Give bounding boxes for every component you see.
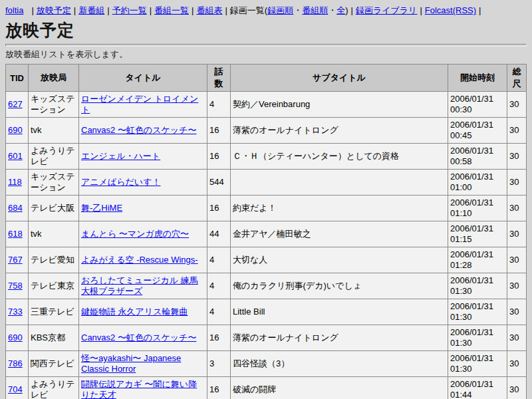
length-cell: 30	[507, 299, 527, 325]
nav-separator: |	[74, 5, 76, 15]
nav-link-foltia[interactable]: foltia	[5, 5, 23, 15]
column-header-station: 放映局	[29, 65, 79, 92]
nav-dot: ・	[328, 5, 336, 15]
tid-cell: 704	[6, 377, 29, 399]
episode-cell: 4	[207, 92, 231, 118]
nav-link-reservations[interactable]: 予約一覧	[112, 5, 147, 15]
title-cell: よみがえる空 -Rescue Wings-	[79, 247, 207, 273]
title-link[interactable]: エンジェル・ハート	[81, 151, 160, 161]
nav-link-rec-order[interactable]: 録画順	[267, 5, 293, 15]
start-cell: 2006/01/3101:00	[448, 170, 507, 196]
nav-separator: |	[225, 5, 227, 15]
start-time: 01:30	[450, 286, 472, 296]
start-time: 01:30	[450, 338, 472, 348]
title-link[interactable]: 鍵姫物語 永久アリス輪舞曲	[81, 307, 188, 317]
nav-link-folcast[interactable]: Folcast(RSS)	[425, 5, 476, 15]
tid-link[interactable]: 733	[8, 307, 23, 317]
title-link[interactable]: おろしたてミュージカル 練馬大根ブラザーズ	[81, 275, 198, 296]
start-date: 2006/01/31	[450, 379, 493, 389]
tid-link[interactable]: 704	[8, 384, 23, 394]
nav-link-library[interactable]: 録画ライブラリ	[356, 5, 418, 15]
tid-link[interactable]: 684	[8, 203, 23, 213]
title-link[interactable]: アニメぱらだいす！	[81, 177, 160, 187]
start-time: 01:00	[450, 182, 472, 192]
episode-cell: 16	[207, 196, 231, 221]
title-link[interactable]: ローゼンメイデン トロイメント	[81, 94, 198, 114]
start-date: 2006/01/31	[450, 198, 493, 207]
tid-cell: 733	[6, 299, 29, 325]
nav-link-all-recordings[interactable]: 全	[336, 5, 345, 15]
length-cell: 30	[507, 196, 527, 221]
title-link[interactable]: 闘牌伝説アカギ 〜闇に舞い降りた天才	[81, 379, 197, 399]
tid-link[interactable]: 690	[8, 125, 23, 135]
title-cell: まんとら 〜マンガ虎の穴〜	[79, 221, 207, 247]
tid-cell: 690	[6, 118, 29, 144]
top-nav: foltia|放映予定|新番組|予約一覧|番組一覧|番組表|録画一覧(録画順・番…	[5, 5, 527, 16]
column-header-title: タイトル	[79, 65, 207, 92]
tid-cell: 758	[6, 273, 29, 299]
start-time: 01:44	[450, 390, 472, 399]
page: foltia|放映予定|新番組|予約一覧|番組一覧|番組表|録画一覧(録画順・番…	[0, 0, 532, 399]
tid-link[interactable]: 618	[8, 229, 23, 239]
nav-link-program-order[interactable]: 番組順	[302, 5, 328, 15]
nav-link-program-list[interactable]: 番組一覧	[154, 5, 189, 15]
episode-cell: 16	[207, 144, 231, 170]
nav-link-timetable[interactable]: 番組表	[196, 5, 222, 15]
title-link[interactable]: よみがえる空 -Rescue Wings-	[81, 255, 198, 265]
table-row: 618 tvk まんとら 〜マンガ虎の穴〜 44 金井アヤ／楠田敏之 2006/…	[6, 221, 527, 247]
tid-link[interactable]: 627	[8, 99, 23, 109]
length-cell: 30	[507, 273, 527, 299]
page-title: 放映予定	[5, 19, 527, 41]
nav-link-schedule[interactable]: 放映予定	[37, 5, 71, 15]
subtitle-cell: 薄紫のオールナイトロング	[231, 325, 448, 351]
station-cell: テレビ愛知	[29, 247, 79, 273]
table-header-row: TID 放映局 タイトル 話 数 サブタイトル 開始時刻 総 尺	[6, 65, 527, 92]
start-cell: 2006/01/3100:45	[448, 118, 507, 144]
title-link[interactable]: 舞-乙HiME	[81, 203, 122, 213]
episode-cell: 3	[207, 351, 231, 377]
start-time: 00:30	[450, 104, 472, 114]
title-cell: おろしたてミュージカル 練馬大根ブラザーズ	[79, 273, 207, 299]
tid-link[interactable]: 118	[8, 177, 22, 187]
start-date: 2006/01/31	[450, 146, 493, 156]
start-time: 00:58	[450, 156, 472, 166]
table-row: 601 よみうりテレビ エンジェル・ハート 16 Ｃ・Ｈ（シティーハンター）とし…	[6, 144, 527, 170]
tid-cell: 618	[6, 221, 29, 247]
title-cell: エンジェル・ハート	[79, 144, 207, 170]
page-description: 放映番組リストを表示します。	[5, 49, 527, 61]
tid-link[interactable]: 767	[8, 255, 23, 265]
station-cell: テレビ東京	[29, 273, 79, 299]
station-cell: 関西テレビ	[29, 351, 79, 377]
start-cell: 2006/01/3100:58	[448, 144, 507, 170]
title-cell: Canvas2 〜虹色のスケッチ〜	[79, 118, 207, 144]
subtitle-cell: 破滅の闘牌	[231, 377, 448, 399]
tid-link[interactable]: 601	[8, 151, 23, 161]
title-cell: ローゼンメイデン トロイメント	[79, 92, 207, 118]
tid-link[interactable]: 690	[8, 332, 23, 342]
tid-link[interactable]: 786	[8, 358, 23, 368]
title-link[interactable]: Canvas2 〜虹色のスケッチ〜	[81, 332, 196, 342]
title-link[interactable]: Canvas2 〜虹色のスケッチ〜	[81, 125, 196, 135]
start-date: 2006/01/31	[450, 94, 493, 104]
start-cell: 2006/01/3101:44	[448, 377, 507, 399]
nav-link-new-programs[interactable]: 新番組	[78, 5, 104, 15]
title-link[interactable]: 怪〜ayakashi〜 Japanese Classic Horror	[81, 353, 181, 374]
start-date: 2006/01/31	[450, 249, 493, 259]
station-cell: tvk	[29, 118, 79, 144]
start-date: 2006/01/31	[450, 353, 493, 363]
start-date: 2006/01/31	[450, 301, 493, 311]
title-cell: 闘牌伝説アカギ 〜闇に舞い降りた天才	[79, 377, 207, 399]
start-date: 2006/01/31	[450, 172, 493, 182]
start-time: 01:30	[450, 312, 472, 322]
title-link[interactable]: まんとら 〜マンガ虎の穴〜	[81, 229, 189, 239]
start-cell: 2006/01/3101:30	[448, 351, 507, 377]
length-cell: 30	[507, 221, 527, 247]
column-header-subtitle: サブタイトル	[231, 65, 448, 92]
table-row: 733 三重テレビ 鍵姫物語 永久アリス輪舞曲 4 Little Bill 20…	[6, 299, 527, 325]
start-cell: 2006/01/3101:30	[448, 273, 507, 299]
tid-link[interactable]: 758	[8, 281, 23, 291]
table-row: 786 関西テレビ 怪〜ayakashi〜 Japanese Classic H…	[6, 351, 527, 377]
table-row: 684 テレビ大阪 舞-乙HiME 16 約束だよ！ 2006/01/3101:…	[6, 196, 527, 221]
episode-cell: 44	[207, 221, 231, 247]
length-cell: 30	[507, 118, 527, 144]
